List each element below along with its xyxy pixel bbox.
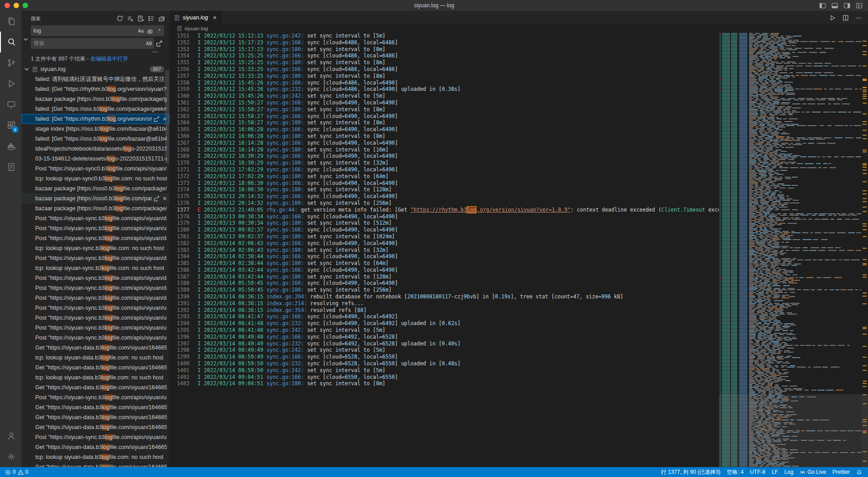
eol-status[interactable]: LF: [769, 467, 781, 477]
search-result-item[interactable]: Post "https://siyuan-sync.b3logfile.com/…: [22, 273, 170, 283]
log-line[interactable]: 1391I 2022/03/14 08:36:15 index.go:214: …: [170, 300, 719, 307]
log-line[interactable]: 1363I 2022/03/12 15:58:27 sync.go:166: s…: [170, 113, 719, 120]
search-result-item[interactable]: tcp: lookup siyuan-data.b3logfile.com: n…: [22, 373, 170, 383]
remote-explorer-button[interactable]: [0, 94, 22, 115]
log-line[interactable]: 1398I 2022/03/14 08:49:49 sync.go:242: s…: [170, 347, 719, 354]
preserve-case-toggle[interactable]: AB: [145, 39, 153, 48]
log-line[interactable]: 1352I 2022/03/12 15:17:23 sync.go:166: s…: [170, 39, 719, 46]
replace-all-button[interactable]: [154, 38, 164, 49]
indentation-status[interactable]: 空格: 4: [724, 467, 747, 477]
open-in-editor-link[interactable]: 在编辑器中打开: [90, 56, 128, 62]
refresh-icon[interactable]: [115, 14, 124, 23]
run-debug-button[interactable]: [0, 73, 22, 94]
search-result-item[interactable]: Post "https://siyuan-sync.b3logfile.com/…: [22, 233, 170, 243]
log-line[interactable]: 1353I 2022/03/12 15:17:23 sync.go:180: s…: [170, 46, 719, 53]
minimize-window-button[interactable]: [14, 3, 19, 8]
log-line[interactable]: 1371I 2022/03/12 17:02:29 sync.go:166: s…: [170, 166, 719, 173]
search-result-item[interactable]: tcp: lookup siyuan-sync0.b3logfile.com: …: [22, 174, 170, 184]
explorer-button[interactable]: [0, 11, 22, 32]
view-as-tree-icon[interactable]: [146, 14, 156, 23]
replace-match-icon[interactable]: [154, 116, 160, 122]
search-result-item[interactable]: Post "https://siyuan-sync.b3logfile.com/…: [22, 432, 170, 442]
close-window-button[interactable]: [5, 3, 10, 8]
customize-layout-icon[interactable]: [856, 2, 863, 9]
overview-ruler[interactable]: [861, 33, 868, 467]
replace-match-icon[interactable]: [154, 196, 160, 202]
prettier-status[interactable]: Prettier: [829, 467, 853, 477]
log-line[interactable]: 1397I 2022/03/14 08:49:49 sync.go:232: s…: [170, 340, 719, 347]
log-line[interactable]: 1390I 2022/03/14 08:36:15 index.go:204: …: [170, 293, 719, 300]
extensions-button[interactable]: 6: [0, 115, 22, 136]
cursor-position-status[interactable]: 行 1377, 列 90 (已选择3): [658, 467, 723, 477]
log-line[interactable]: 1366I 2022/03/12 16:06:28 sync.go:180: s…: [170, 133, 719, 140]
match-case-toggle[interactable]: Aa: [137, 27, 145, 35]
settings-button[interactable]: [0, 446, 22, 467]
collapse-all-icon[interactable]: [157, 14, 166, 23]
log-line[interactable]: 1394I 2022/03/14 08:41:48 sync.go:232: s…: [170, 320, 719, 327]
result-file-row[interactable]: siyuan.log 897: [22, 64, 170, 74]
log-line[interactable]: 1392I 2022/03/14 08:36:15 index.go:354: …: [170, 307, 719, 314]
log-line[interactable]: 1376I 2022/03/12 20:14:32 sync.go:180: s…: [170, 200, 719, 207]
search-result-item[interactable]: tcp: lookup siyuan-data.b3logfile.com: n…: [22, 452, 170, 462]
search-result-item[interactable]: bazaar package [https://oss0.b3logfile.c…: [22, 203, 170, 213]
search-result-item[interactable]: tcp: lookup siyuan-data.b3logfile.com: n…: [22, 353, 170, 363]
clear-search-results-icon[interactable]: [126, 14, 135, 23]
search-result-item[interactable]: Post "https://siyuan-sync.b3logfile.com/…: [22, 323, 170, 333]
search-result-item[interactable]: Get "https://siyuan-data.b3logfile.com/s…: [22, 363, 170, 373]
search-result-item[interactable]: 03-15-194612-delete/assets/logo-20220315…: [22, 154, 170, 164]
toggle-sidebar-icon[interactable]: [819, 2, 826, 9]
dismiss-match-icon[interactable]: ✕: [163, 196, 167, 201]
log-line[interactable]: 1382I 2022/03/14 02:06:43 sync.go:166: s…: [170, 240, 719, 247]
log-line[interactable]: 1396I 2022/03/14 08:49:48 sync.go:166: s…: [170, 334, 719, 340]
log-line[interactable]: 1403I 2022/03/14 09:04:51 sync.go:180: s…: [170, 380, 719, 387]
log-line[interactable]: 1369I 2022/03/12 16:30:29 sync.go:166: s…: [170, 153, 719, 160]
log-line[interactable]: 1384I 2022/03/14 02:38:44 sync.go:166: s…: [170, 253, 719, 260]
search-input[interactable]: [33, 28, 137, 34]
log-line[interactable]: 1388I 2022/03/14 05:50:45 sync.go:166: s…: [170, 280, 719, 287]
close-tab-icon[interactable]: ✕: [212, 15, 217, 21]
minimap[interactable]: [719, 33, 861, 467]
search-result-item[interactable]: Get "https://siyuan-data.b3logfile.com/s…: [22, 402, 170, 412]
search-result-item[interactable]: Post "https://siyuan-sync.b3logfile.com/…: [22, 283, 170, 293]
log-line[interactable]: 1400I 2022/03/14 08:59:50 sync.go:232: s…: [170, 360, 719, 367]
run-file-icon[interactable]: [829, 14, 836, 21]
log-line[interactable]: 1402I 2022/03/14 09:04:51 sync.go:166: s…: [170, 374, 719, 381]
split-editor-icon[interactable]: [842, 14, 849, 21]
language-mode-status[interactable]: Log: [781, 467, 797, 477]
toggle-panel-icon[interactable]: [831, 2, 838, 9]
breadcrumb[interactable]: siyuan.log: [170, 24, 868, 33]
log-line[interactable]: 1360I 2022/03/12 15:45:26 sync.go:242: s…: [170, 93, 719, 99]
accounts-button[interactable]: [0, 425, 22, 446]
search-result-item[interactable]: Post "https://siyuan-sync.b3logfile.com/…: [22, 213, 170, 223]
log-line[interactable]: 1374I 2022/03/12 18:06:30 sync.go:180: s…: [170, 186, 719, 193]
search-result-item[interactable]: tcp: lookup siyuan-sync.b3logfile.com: n…: [22, 263, 170, 273]
docker-button[interactable]: [0, 136, 22, 156]
log-line[interactable]: 1385I 2022/03/14 02:38:44 sync.go:180: s…: [170, 260, 719, 267]
replace-input[interactable]: [33, 40, 145, 47]
log-line[interactable]: 1368I 2022/03/12 16:14:28 sync.go:180: s…: [170, 146, 719, 153]
search-result-item[interactable]: Post "https://siyuan-sync.b3logfile.com/…: [22, 303, 170, 313]
search-result-item[interactable]: bazaar package [https://oss0.b3logfile.c…: [22, 194, 170, 203]
log-line[interactable]: 1372I 2022/03/12 17:02:29 sync.go:180: s…: [170, 173, 719, 180]
search-result-item[interactable]: stage index [https://oss.b3logfile.com/b…: [22, 124, 170, 134]
log-line[interactable]: 1362I 2022/03/12 15:50:27 sync.go:180: s…: [170, 106, 719, 113]
toggle-replace-button[interactable]: [23, 36, 29, 43]
log-line[interactable]: 1401I 2022/03/14 08:59:50 sync.go:242: s…: [170, 367, 719, 374]
log-line[interactable]: 1355I 2022/03/12 15:25:25 sync.go:180: s…: [170, 59, 719, 66]
search-result-item[interactable]: Get "https://siyuan-data.b3logfile.com/s…: [22, 422, 170, 432]
search-result-item[interactable]: Post "https://siyuan-sync.b3logfile.com/…: [22, 253, 170, 263]
log-line[interactable]: 1377E 2022/03/12 21:40:05 rhy.go:44: get…: [170, 207, 719, 213]
log-line[interactable]: 1354I 2022/03/12 15:25:25 sync.go:166: s…: [170, 52, 719, 59]
log-line[interactable]: 1378I 2022/03/13 00:30:34 sync.go:166: s…: [170, 213, 719, 220]
search-result-item[interactable]: failed: [Get "https://rhythm.b3log.org/v…: [22, 84, 170, 94]
search-result-item[interactable]: Post "https://siyuan-sync0.b3logfile.com…: [22, 164, 170, 174]
search-result-item[interactable]: failed: [Get "https://oss.b3logfile.com/…: [22, 134, 170, 144]
log-line[interactable]: 1358I 2022/03/12 15:45:26 sync.go:166: s…: [170, 80, 719, 86]
search-result-item[interactable]: Post "https://siyuan-sync.b3logfile.com/…: [22, 223, 170, 233]
search-result-item[interactable]: Get "https://siyuan-data.b3logfile.com/s…: [22, 442, 170, 452]
log-line[interactable]: 1393I 2022/03/14 08:41:47 sync.go:166: s…: [170, 313, 719, 320]
regex-toggle[interactable]: .*: [155, 27, 163, 35]
log-line[interactable]: 1386I 2022/03/14 03:42:44 sync.go:166: s…: [170, 267, 719, 274]
log-line[interactable]: 1380I 2022/03/13 09:02:37 sync.go:166: s…: [170, 227, 719, 233]
log-line[interactable]: 1375I 2022/03/12 20:14:32 sync.go:166: s…: [170, 193, 719, 200]
